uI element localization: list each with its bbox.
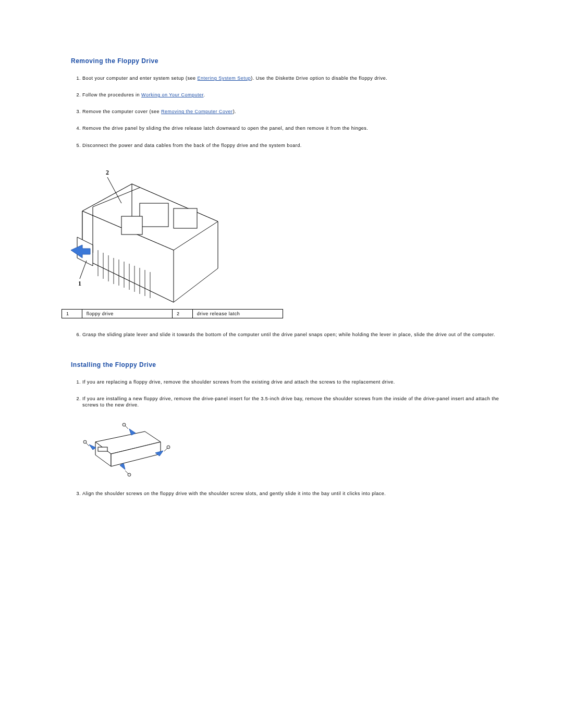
step-r2-pre: Follow the procedures in	[82, 92, 141, 97]
legend-l2: drive release latch	[192, 309, 283, 318]
svg-line-32	[86, 443, 89, 446]
svg-line-23	[80, 261, 87, 279]
step-r1-pre: Boot your computer and enter system setu…	[82, 76, 198, 81]
step-r5: Disconnect the power and data cables fro…	[82, 142, 501, 149]
step-r3: Remove the computer cover (see Removing …	[82, 108, 501, 115]
link-working-on-your-computer[interactable]: Working on Your Computer	[141, 92, 203, 97]
legend-l1: floppy drive	[82, 309, 172, 318]
step-r3-post: ).	[233, 109, 237, 114]
steps-installing: If you are replacing a floppy drive, rem…	[62, 379, 501, 408]
heading-removing: Removing the Floppy Drive	[71, 57, 501, 65]
step-r1-post: ). Use the Diskette Drive option to disa…	[251, 76, 387, 81]
step-i1: If you are replacing a floppy drive, rem…	[82, 379, 501, 385]
steps-removing-cont: Grasp the sliding plate lever and slide …	[62, 331, 501, 338]
legend-table: 1 floppy drive 2 drive release latch	[62, 309, 283, 318]
link-removing-computer-cover[interactable]: Removing the Computer Cover	[161, 109, 233, 114]
svg-line-35	[125, 471, 128, 474]
legend-n2: 2	[172, 309, 192, 318]
svg-rect-6	[140, 203, 168, 227]
step-r3-pre: Remove the computer cover (see	[82, 109, 161, 114]
step-i2: If you are installing a new floppy drive…	[82, 396, 501, 408]
step-r4: Remove the drive panel by sliding the dr…	[82, 125, 501, 131]
svg-rect-8	[121, 216, 142, 235]
svg-rect-7	[174, 208, 197, 228]
svg-line-34	[164, 448, 167, 451]
steps-removing: Boot your computer and enter system setu…	[62, 75, 501, 149]
step-i3: Align the shoulder screws on the floppy …	[82, 490, 501, 497]
step-r1: Boot your computer and enter system setu…	[82, 75, 501, 81]
link-entering-system-setup[interactable]: Entering System Setup	[198, 76, 251, 81]
step-r2: Follow the procedures in Working on Your…	[82, 92, 501, 98]
svg-line-33	[125, 426, 128, 429]
steps-installing-cont: Align the shoulder screws on the floppy …	[62, 490, 501, 497]
svg-marker-36	[89, 445, 96, 450]
diagram-floppy-screws	[72, 418, 174, 481]
step-r2-post: .	[203, 92, 205, 97]
svg-rect-27	[98, 447, 107, 451]
heading-installing: Installing the Floppy Drive	[71, 361, 501, 368]
diagram-chassis: 2 1	[62, 159, 228, 305]
callout-1: 1	[78, 280, 82, 287]
legend-n1: 1	[62, 309, 82, 318]
step-r6: Grasp the sliding plate lever and slide …	[82, 331, 501, 338]
callout-2: 2	[106, 169, 109, 176]
